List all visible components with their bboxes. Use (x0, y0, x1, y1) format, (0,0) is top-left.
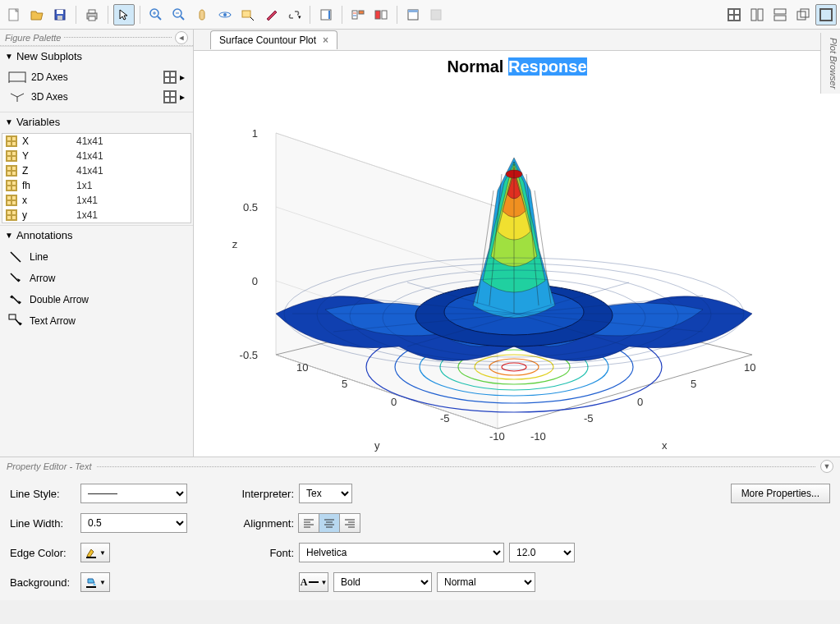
svg-text:z: z (232, 238, 238, 250)
variable-row[interactable]: y1x41 (2, 208, 190, 223)
annotation-text-arrow[interactable]: Text Arrow (3, 310, 190, 332)
svg-point-15 (223, 13, 227, 16)
matrix-icon (6, 209, 17, 221)
svg-text:-5: -5 (584, 412, 594, 424)
background-button[interactable]: ▼ (80, 572, 110, 592)
plot-area: Surface Countour Plot × Normal Response (194, 30, 840, 457)
variable-row[interactable]: Y41x41 (2, 149, 190, 163)
matrix-icon (6, 135, 17, 147)
insert-colorbar-button[interactable] (315, 4, 337, 25)
hide-tools-button[interactable] (370, 4, 392, 25)
brush-button[interactable] (260, 4, 282, 25)
align-right-button[interactable] (339, 513, 360, 533)
new-file-button[interactable] (3, 4, 25, 25)
edge-color-button[interactable]: ▼ (80, 543, 110, 562)
grid-icon[interactable] (163, 71, 177, 84)
subplot-2d-axes[interactable]: 2D Axes ▸ (3, 67, 190, 87)
font-angle-select[interactable]: Normal (437, 572, 535, 592)
alignment-label: Alignment: (228, 517, 294, 530)
svg-text:0: 0 (637, 396, 643, 408)
layout-cols-button[interactable] (746, 4, 768, 25)
section-annotations[interactable]: ▼ Annotations (0, 225, 193, 245)
svg-text:1: 1 (252, 127, 258, 140)
zoom-out-button[interactable] (168, 4, 190, 25)
axes3d-icon (8, 91, 26, 103)
svg-rect-25 (375, 11, 380, 19)
print-button[interactable] (81, 4, 103, 25)
save-button[interactable] (49, 4, 71, 25)
annotation-double-arrow[interactable]: Double Arrow (3, 289, 190, 310)
svg-text:-0.5: -0.5 (240, 349, 258, 361)
matrix-icon (6, 150, 17, 162)
svg-point-56 (502, 363, 526, 371)
section-new-subplots[interactable]: ▼ New Subplots (0, 46, 193, 66)
plot-browser-tab[interactable]: Plot Browser (820, 33, 840, 94)
pan-button[interactable] (191, 4, 213, 25)
align-center-button[interactable] (319, 513, 340, 533)
undock-button[interactable] (792, 4, 814, 25)
interpreter-select[interactable]: Tex (299, 484, 352, 503)
svg-rect-5 (89, 10, 95, 13)
svg-text:-10: -10 (530, 430, 546, 443)
surface-plot: -0.5 0 0.5 1 z 10 5 0 -5 -10 y -10 -5 0 (218, 84, 793, 461)
tab-close-button[interactable]: × (323, 34, 328, 46)
data-cursor-button[interactable] (237, 4, 259, 25)
variable-row[interactable]: Z41x41 (2, 163, 190, 178)
rotate3d-button[interactable] (214, 4, 236, 25)
palette-title: Figure Palette (5, 33, 61, 43)
zoom-in-button[interactable] (145, 4, 167, 25)
section-variables[interactable]: ▼ Variables (0, 112, 193, 131)
plot-tab[interactable]: Surface Countour Plot × (210, 30, 337, 49)
font-family-select[interactable]: Helvetica (299, 543, 504, 562)
open-file-button[interactable] (26, 4, 48, 25)
subplot-3d-axes[interactable]: 3D Axes ▸ (3, 87, 190, 107)
svg-rect-36 (820, 9, 832, 21)
line-width-select[interactable]: 0.5 (80, 513, 187, 533)
align-left-button[interactable] (298, 513, 319, 533)
svg-rect-6 (89, 16, 95, 21)
font-label: Font: (228, 547, 294, 559)
font-color-button[interactable]: A▼ (299, 572, 328, 592)
variable-row[interactable]: fh1x1 (2, 178, 190, 193)
svg-rect-22 (359, 11, 364, 14)
chevron-right-icon[interactable]: ▸ (180, 71, 185, 83)
variables-list: X41x41 Y41x41 Z41x41 fh1x1 x1x41 y1x41 (2, 133, 191, 223)
property-editor-collapse-button[interactable]: ▼ (820, 460, 833, 473)
chevron-right-icon[interactable]: ▸ (180, 91, 185, 103)
double-arrow-icon (8, 292, 23, 307)
svg-text:-10: -10 (489, 430, 505, 443)
plot-title[interactable]: Normal Response (447, 57, 586, 76)
triangle-down-icon: ▼ (5, 117, 13, 126)
svg-line-8 (158, 16, 161, 20)
matrix-icon (6, 180, 17, 191)
text-arrow-icon (8, 314, 23, 328)
svg-rect-33 (774, 16, 786, 21)
svg-rect-43 (9, 314, 16, 319)
link-button[interactable]: ▾ (283, 4, 305, 25)
matrix-icon (6, 195, 17, 206)
line-style-select[interactable]: ——— (80, 484, 187, 503)
plot-canvas[interactable]: Normal Response (194, 51, 840, 457)
more-properties-button[interactable]: More Properties... (731, 484, 830, 503)
layout-grid-button[interactable] (723, 4, 745, 25)
variable-row[interactable]: x1x41 (2, 193, 190, 208)
font-size-select[interactable]: 12.0 (509, 543, 575, 562)
layout-rows-button[interactable] (769, 4, 791, 25)
svg-text:x: x (662, 439, 668, 452)
svg-rect-28 (408, 10, 418, 12)
variable-row[interactable]: X41x41 (2, 134, 190, 149)
insert-legend-button[interactable] (347, 4, 369, 25)
pointer-button[interactable] (113, 4, 135, 25)
svg-rect-3 (57, 16, 62, 20)
palette-collapse-button[interactable]: ◄ (175, 31, 188, 44)
grid-icon[interactable] (163, 90, 177, 103)
interpreter-label: Interpreter: (228, 488, 294, 500)
maximize-button[interactable] (815, 4, 837, 25)
annotation-arrow[interactable]: Arrow (3, 268, 190, 289)
annotation-line[interactable]: Line (3, 246, 190, 268)
tab-label: Surface Countour Plot (219, 34, 316, 46)
svg-text:5: 5 (691, 378, 696, 390)
new-window-button[interactable] (402, 4, 424, 25)
font-weight-select[interactable]: Bold (333, 572, 432, 592)
svg-rect-26 (382, 11, 387, 19)
